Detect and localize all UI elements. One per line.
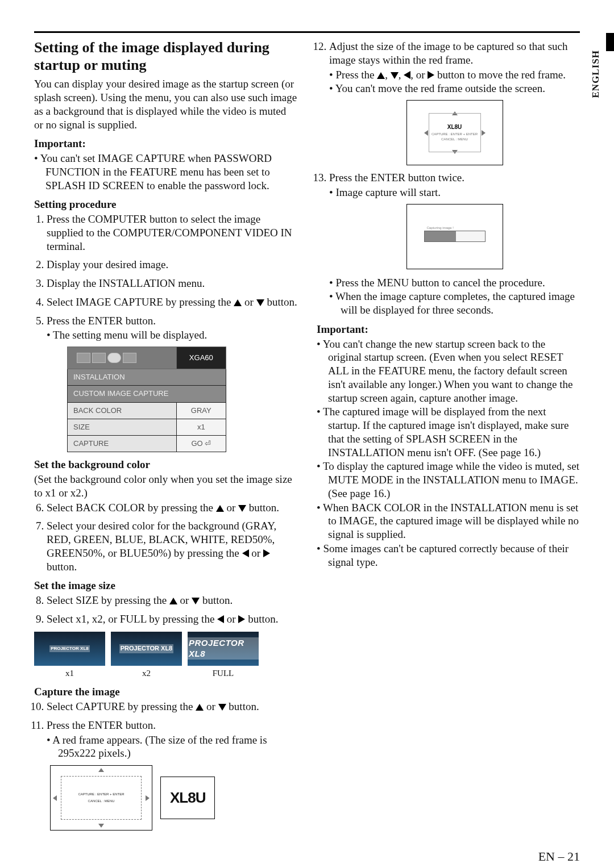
step-12-text: Adjust the size of the image to be captu… — [329, 40, 567, 66]
intro-text: You can display your desired image as th… — [34, 77, 297, 131]
menu-size-value: x1 — [176, 419, 226, 435]
step-10-b: or — [204, 700, 218, 712]
frame-line2: CANCEL : MENU — [88, 799, 115, 804]
xl8u-logo: XL8U — [160, 777, 215, 819]
triangle-right-icon — [263, 549, 270, 557]
thumb-x2: PROJECTOR XL8 — [111, 632, 182, 666]
red-frame-diagram: CAPTURE : ENTER + ENTER CANCEL : MENU — [50, 765, 152, 831]
step-10-a: Select CAPTURE by pressing the — [47, 700, 196, 712]
fig-line1: CAPTURE : ENTER + ENTER — [432, 132, 478, 137]
step-4-text-c: button. — [264, 296, 297, 308]
step-13-text: Press the ENTER button twice. — [329, 172, 464, 183]
triangle-left-icon — [404, 71, 410, 79]
imp-2: The captured image will be displayed fro… — [317, 405, 580, 459]
step-8-c: button. — [200, 594, 233, 606]
frame-line1: CAPTURE : ENTER + ENTER — [78, 792, 124, 797]
step-9-b: or — [224, 613, 238, 625]
important-label-2: Important: — [317, 323, 580, 336]
thumb-full: PROJECTOR XL8 — [188, 632, 259, 666]
triangle-up-icon — [196, 704, 204, 711]
columns: Setting of the image displayed during st… — [34, 39, 580, 841]
size-thumbnails: PROJECTOR XL8 PROJECTOR XL8 PROJECTOR XL… — [34, 632, 297, 666]
step-12-sub2: You can't move the red frame outside the… — [329, 82, 580, 95]
thumb-tag: PROJECTOR XL8 — [49, 645, 90, 652]
capture-label: Capture the image — [34, 685, 297, 699]
top-rule — [34, 31, 580, 33]
important-item: You can't set IMAGE CAPTURE when PASSWOR… — [34, 152, 297, 192]
s12s1-d: , or — [410, 69, 428, 81]
steps-size: Select SIZE by pressing the or button. S… — [34, 594, 297, 626]
step-8-b: or — [177, 594, 192, 606]
cap-x1: x1 — [34, 668, 105, 679]
cap-full: FULL — [188, 668, 259, 679]
menu-installation: INSTALLATION — [68, 369, 226, 386]
menu-custom-capture: CUSTOM IMAGE CAPTURE — [68, 386, 226, 402]
triangle-up-icon — [169, 598, 177, 604]
triangle-down-icon — [218, 704, 226, 711]
triangle-up-icon — [377, 72, 385, 79]
triangle-left-icon — [242, 549, 249, 557]
thumb-x1: PROJECTOR XL8 — [34, 632, 105, 666]
menu-capture-label: CAPTURE — [68, 436, 177, 452]
step-10-c: button. — [226, 700, 259, 712]
step-1: Press the COMPUTER button to select the … — [47, 212, 297, 253]
triangle-down-icon — [256, 299, 264, 306]
section-title: Setting of the image displayed during st… — [34, 39, 297, 74]
step-7-c: button. — [47, 561, 77, 573]
set-bg-note: (Set the background color only when you … — [34, 473, 297, 500]
step-6: Select BACK COLOR by pressing the or but… — [47, 501, 297, 515]
triangle-up-icon — [216, 505, 224, 512]
arrow-left-icon — [53, 795, 57, 801]
step-11-sub: A red frame appears. (The size of the re… — [47, 733, 297, 761]
arrow-left-icon — [424, 130, 428, 136]
capture-figure: CAPTURE : ENTER + ENTER CANCEL : MENU XL… — [50, 765, 297, 831]
step-13-sub: Image capture will start. — [329, 186, 580, 199]
menu-icons-cell — [68, 347, 177, 369]
triangle-right-icon — [238, 615, 245, 623]
set-bg-label: Set the background color — [34, 458, 297, 471]
step-9: Select x1, x2, or FULL by pressing the o… — [47, 612, 297, 626]
step-4: Select IMAGE CAPTURE by pressing the or … — [47, 295, 297, 309]
s12s1-b: , — [385, 69, 391, 81]
step-6-c: button. — [246, 502, 279, 514]
fig-line2: CANCEL : MENU — [441, 137, 468, 142]
imp-3: To display the captured image while the … — [317, 460, 580, 500]
triangle-right-icon — [428, 71, 434, 79]
s12s1-a: Press the — [335, 69, 377, 81]
step-6-b: or — [224, 502, 238, 514]
important-list: You can't set IMAGE CAPTURE when PASSWOR… — [34, 152, 297, 192]
arrow-right-icon — [482, 130, 486, 136]
menu-resolution: XGA60 — [176, 347, 226, 369]
thumb-captions: x1 x2 FULL — [34, 668, 297, 679]
thumb-tag: PROJECTOR XL8 — [188, 637, 259, 660]
right-column: Adjust the size of the image to be captu… — [317, 39, 580, 841]
triangle-down-icon — [238, 505, 246, 512]
step-10: Select CAPTURE by pressing the or button… — [47, 700, 297, 713]
step-4-text-b: or — [242, 296, 256, 308]
steps-list: Press the COMPUTER button to select the … — [34, 212, 297, 452]
step-12: Adjust the size of the image to be captu… — [329, 40, 580, 165]
steps-right: Adjust the size of the image to be captu… — [317, 40, 580, 317]
step-7: Select your desired color for the backgr… — [47, 519, 297, 573]
important-list-2: You can't change the new startup screen … — [317, 337, 580, 569]
arrow-right-icon — [146, 795, 150, 801]
s12s1-e: button to move the red frame. — [434, 69, 566, 81]
procedure-label: Setting procedure — [34, 198, 297, 211]
menu-size-label: SIZE — [68, 419, 177, 435]
imp-4: When BACK COLOR in the INSTALLATION menu… — [317, 501, 580, 541]
language-tab: ENGLISH — [590, 50, 601, 98]
fig-brand: XL8U — [447, 124, 462, 131]
arrow-down-icon — [98, 824, 104, 828]
arrow-up-icon — [98, 768, 104, 772]
important-label: Important: — [34, 137, 297, 151]
progress-text: Capturing image ! — [427, 226, 454, 231]
step-8: Select SIZE by pressing the or button. — [47, 594, 297, 607]
step-2: Display your desired image. — [47, 258, 297, 272]
menu-back-color-label: BACK COLOR — [68, 402, 177, 419]
step-12-sub1: Press the , , , or button to move the re… — [329, 68, 580, 82]
post-b: When the image capture completes, the ca… — [329, 290, 580, 317]
move-frame-diagram: XL8U CAPTURE : ENTER + ENTER CANCEL : ME… — [406, 100, 503, 165]
page: ENGLISH Setting of the image displayed d… — [0, 0, 614, 868]
menu-back-color-value: GRAY — [176, 402, 226, 419]
steps-capture: Select CAPTURE by pressing the or button… — [34, 700, 297, 760]
